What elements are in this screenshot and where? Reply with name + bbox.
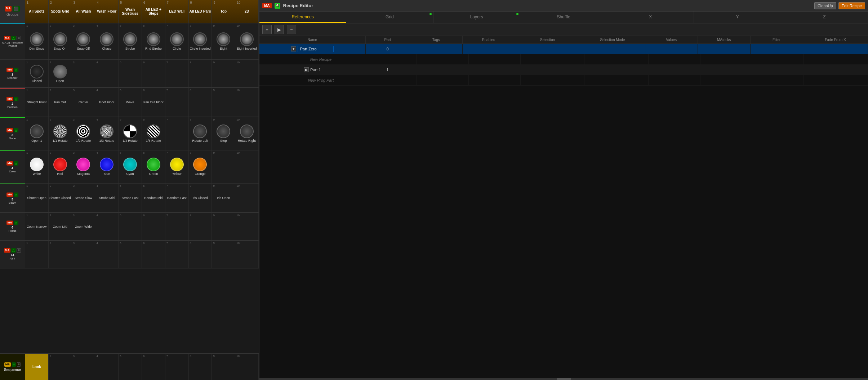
seq-cell-6[interactable]: 6 (142, 354, 165, 380)
cell-focus-2[interactable]: 2Zoom Mid (49, 213, 72, 240)
cell-chase-3[interactable]: 3Snap Off (72, 23, 95, 59)
cell-all4-7[interactable]: 7 (165, 241, 189, 268)
group-cell-2[interactable]: 2Spots Grid (49, 0, 72, 23)
cell-beam-9[interactable]: 9Iris Open (212, 184, 235, 212)
cell-focus-8[interactable]: 8 (189, 213, 212, 240)
cell-chase-6[interactable]: 6Rnd Strobe (142, 23, 165, 59)
group-cell-8[interactable]: 8All LED Pars (189, 0, 212, 23)
cell-gobo-3[interactable]: 31/2 Rotate (72, 117, 95, 150)
cell-dimmer-9[interactable]: 9 (212, 60, 235, 87)
group-cell-6[interactable]: 6All LED + Steps (142, 0, 165, 23)
cell-all4-1[interactable]: 1 (25, 241, 49, 268)
cell-gobo-5[interactable]: 51/4 Rotate (119, 117, 142, 150)
seq-cell-2[interactable]: 2 (49, 354, 72, 380)
recipe-tab-y[interactable]: Y (694, 12, 781, 23)
cell-dimmer-1[interactable]: 1Closed (25, 60, 49, 87)
expand-part-one[interactable]: ▶ (304, 67, 309, 72)
cell-gobo-4[interactable]: 41/3 Rotate (95, 117, 119, 150)
seq-cell-5[interactable]: 5 (119, 354, 142, 380)
cell-focus-9[interactable]: 9 (212, 213, 235, 240)
cell-gobo-9[interactable]: 9Stop (212, 117, 235, 150)
cell-all4-10[interactable]: 10 (235, 241, 259, 268)
cell-chase-1[interactable]: 1Dim Sinus (25, 23, 49, 59)
seq-cell-8[interactable]: 8 (189, 354, 212, 380)
cell-color-2[interactable]: 2Red (49, 150, 72, 183)
recipe-tab-shuffle[interactable]: Shuffle (520, 12, 607, 23)
group-cell-10[interactable]: 102D (235, 0, 259, 23)
cell-all4-8[interactable]: 8 (189, 241, 212, 268)
cell-dimmer-8[interactable]: 8 (189, 60, 212, 87)
cell-beam-5[interactable]: 5Strobe Fast (119, 184, 142, 212)
add-recipe-button[interactable]: + (262, 25, 272, 34)
cell-position-7[interactable]: 7 (165, 88, 189, 117)
recipe-tab-x[interactable]: X (607, 12, 694, 23)
cell-color-6[interactable]: 6Green (142, 150, 165, 183)
group-cell-4[interactable]: 4Wash Floor (95, 0, 119, 23)
cell-gobo-1[interactable]: 1Open 1 (25, 117, 49, 150)
cell-gobo-2[interactable]: 21/1 Rotate (49, 117, 72, 150)
cleanup-button[interactable]: CleanUp (814, 2, 836, 9)
cell-color-4[interactable]: 4Blue (95, 150, 119, 183)
part-zero-input[interactable] (298, 46, 334, 52)
cell-dimmer-4[interactable]: 4 (95, 60, 119, 87)
cell-gobo-8[interactable]: 8Rotate Left (189, 117, 212, 150)
cell-chase-8[interactable]: 8Circle Inverted (189, 23, 212, 59)
group-cell-1[interactable]: 1All Spots (25, 0, 49, 23)
group-cell-5[interactable]: 5Wash Sidetruss (119, 0, 142, 23)
recipe-tab-z[interactable]: Z (781, 12, 868, 23)
recipe-tab-references[interactable]: References (259, 12, 346, 23)
cell-focus-1[interactable]: 1Zoom Narrow (25, 213, 49, 240)
group-cell-7[interactable]: 7LED Wall (165, 0, 189, 23)
table-row-part-zero[interactable]: ▼ 0 (259, 44, 868, 54)
cell-color-1[interactable]: 1White (25, 150, 49, 183)
group-cell-9[interactable]: 9Top (212, 0, 235, 23)
expand-part-zero[interactable]: ▼ (291, 46, 296, 51)
cell-all4-9[interactable]: 9 (212, 241, 235, 268)
cell-beam-4[interactable]: 4Strobe Mid (95, 184, 119, 212)
seq-cell-4[interactable]: 4 (95, 354, 119, 380)
remove-recipe-button[interactable]: − (287, 25, 296, 34)
cell-focus-4[interactable]: 4 (95, 213, 119, 240)
cell-all4-5[interactable]: 5 (119, 241, 142, 268)
cell-color-5[interactable]: 5Cyan (119, 150, 142, 183)
cell-beam-6[interactable]: 6Random Mid (142, 184, 165, 212)
cell-dimmer-5[interactable]: 5 (119, 60, 142, 87)
seq-cell-7[interactable]: 7 (165, 354, 189, 380)
cell-focus-3[interactable]: 3Zoom Wide (72, 213, 95, 240)
cell-position-5[interactable]: 5Wave (119, 88, 142, 117)
cell-beam-10[interactable]: 10 (235, 184, 259, 212)
cell-position-9[interactable]: 9 (212, 88, 235, 117)
cell-beam-2[interactable]: 2Shutter Closed (49, 184, 72, 212)
cell-focus-10[interactable]: 10 (235, 213, 259, 240)
cell-color-10[interactable]: 10 (235, 150, 259, 183)
recipe-tab-layers[interactable]: Layers (433, 12, 520, 23)
cell-position-6[interactable]: 6Fan Out Floor (142, 88, 165, 117)
cell-all4-3[interactable]: 3 (72, 241, 95, 268)
cell-position-2[interactable]: 2Fan Out (49, 88, 72, 117)
cell-dimmer-7[interactable]: 7 (165, 60, 189, 87)
cell-dimmer-10[interactable]: 10 (235, 60, 259, 87)
cell-chase-10[interactable]: 10Eight Inverted (235, 23, 259, 59)
cell-chase-2[interactable]: 2Snap On (49, 23, 72, 59)
cell-all4-2[interactable]: 2 (49, 241, 72, 268)
play-recipe-button[interactable]: ▶ (275, 25, 284, 34)
cell-position-4[interactable]: 4Roof Floor (95, 88, 119, 117)
cell-beam-7[interactable]: 7Random Fast (165, 184, 189, 212)
cell-dimmer-3[interactable]: 3 (72, 60, 95, 87)
table-row-part-one[interactable]: ▶ Part 1 1 (259, 65, 868, 75)
seq-cell-1[interactable]: 1Look (25, 354, 49, 380)
seq-cell-3[interactable]: 3 (72, 354, 95, 380)
cell-all4-4[interactable]: 4 (95, 241, 119, 268)
cell-beam-3[interactable]: 3Strobe Slow (72, 184, 95, 212)
seq-cell-9[interactable]: 9 (212, 354, 235, 380)
cell-position-1[interactable]: 1Straight Front (25, 88, 49, 117)
cell-beam-1[interactable]: 1Shutter Open (25, 184, 49, 212)
cell-position-8[interactable]: 8 (189, 88, 212, 117)
recipe-tab-grid[interactable]: Grid (346, 12, 433, 23)
cell-position-10[interactable]: 10 (235, 88, 259, 117)
cell-color-9[interactable]: 9 (212, 150, 235, 183)
group-cell-3[interactable]: 3All Wash (72, 0, 95, 23)
cell-color-7[interactable]: 7Yellow (165, 150, 189, 183)
cell-gobo-6[interactable]: 61/5 Rotate (142, 117, 165, 150)
cell-focus-7[interactable]: 7 (165, 213, 189, 240)
